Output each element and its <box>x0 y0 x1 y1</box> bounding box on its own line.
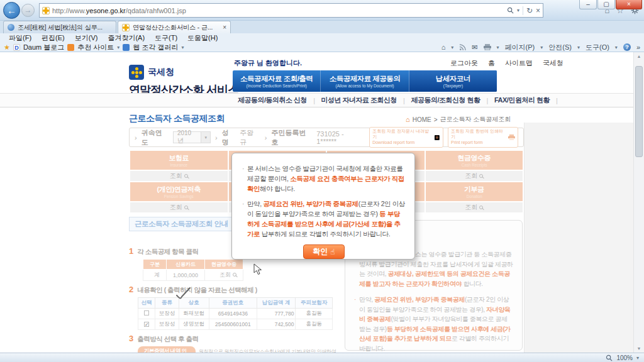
sitemap-link[interactable]: 사이트맵 <box>505 58 533 68</box>
favorite-daum-blog[interactable]: Daum 블로그 <box>23 43 64 52</box>
step1-table: 구분 신용카드 현금영수증 계 1,000,000 조회 <box>143 259 243 281</box>
table-row: 보장성 화재보험 6549149436 777,780 홍길동 <box>138 309 333 319</box>
chevron-down-icon[interactable]: ▾ <box>540 45 543 50</box>
forward-button[interactable]: → <box>21 4 35 17</box>
lookup-button[interactable]: 조회 <box>130 202 228 213</box>
command-tools[interactable]: 도구(O) <box>586 43 609 52</box>
rss-feed-icon[interactable] <box>459 44 466 51</box>
nts-link[interactable]: 국세청 <box>543 58 564 68</box>
checkbox-checked[interactable]: ✓ <box>144 322 149 327</box>
page-viewport: 주왕규 님 환영합니다. 로그아웃 홈 사이트맵 국세청 국세청 연말정산간소화… <box>0 52 644 353</box>
download-report-button[interactable]: 조회된 자료 전자문서 내려받기 Download report form <box>369 127 443 147</box>
command-page[interactable]: 페이지(P) <box>505 43 535 52</box>
subnav-minor-children[interactable]: 미성년 자녀자료 조회신청 <box>321 96 397 105</box>
rrn-label: 주민등록번호 <box>271 128 312 147</box>
table-row: ✓ 보장성 생명보험 254500601001 742,500 홍길동 <box>138 319 333 330</box>
nav-provide-consent[interactable]: 소득공제자료 제공동의 (Allow access to My Document… <box>321 70 409 92</box>
search-dropdown-icon[interactable]: ▾ <box>517 8 519 13</box>
favorites-icon[interactable]: ★ <box>4 43 10 52</box>
user-greeting: 주왕규 님 환영합니다. <box>234 58 302 68</box>
back-button[interactable]: ← <box>3 2 20 19</box>
divider <box>523 6 523 15</box>
web-slice-icon <box>123 44 130 51</box>
favorite-web-slice-gallery[interactable]: 웹 조각 갤러리 <box>133 43 178 52</box>
menu-edit[interactable]: 편집(E) <box>36 33 70 43</box>
chevron-down-icon[interactable]: ▾ <box>451 45 453 50</box>
minimize-button[interactable]: – <box>579 0 597 9</box>
confirm-button[interactable]: 확인 ☝ <box>303 244 345 259</box>
vertical-scrollbar[interactable]: ▲ ▼ <box>633 52 644 353</box>
query-form: ›귀속연도 2010년 ▾ ›성명 주왕규 ›주민등록번호 731025 - 1… <box>129 128 524 147</box>
menu-help[interactable]: 도움말(H) <box>182 33 223 43</box>
overflow-chevron-icon[interactable]: » <box>636 43 640 51</box>
close-button[interactable]: × <box>616 0 642 9</box>
help-icon[interactable]: ? <box>623 43 631 51</box>
category-donation[interactable]: 기부금Donation <box>425 182 524 202</box>
zoom-icon[interactable] <box>606 354 613 361</box>
category-pension[interactable]: (개인)연금저축Pension Savings <box>130 182 228 202</box>
year-label: 귀속연도 <box>142 128 169 147</box>
maximize-button[interactable]: ▢ <box>597 0 615 9</box>
checkbox-unchecked[interactable] <box>144 310 149 315</box>
command-safety[interactable]: 안전(S) <box>548 43 572 52</box>
chevron-down-icon[interactable]: ▾ <box>615 45 618 50</box>
menu-tools[interactable]: 도구(T) <box>150 33 182 43</box>
menu-favorites[interactable]: 즐겨찾기(A) <box>103 33 150 43</box>
mouse-cursor-icon <box>253 263 262 276</box>
refresh-icon[interactable]: ↻ <box>526 6 533 15</box>
favorite-suggested-sites[interactable]: 추천 사이트 <box>77 43 114 52</box>
tab-tax-law[interactable]: 조세[租稅] 세법[稅法]의 실무... <box>3 21 116 33</box>
logout-link[interactable]: 로그아웃 <box>450 58 478 68</box>
home-link[interactable]: 홈 <box>488 58 495 68</box>
magnifier-icon <box>479 206 483 209</box>
print-report-button[interactable]: 조회된 자료 한번에 인쇄하기 Print report form <box>448 127 518 147</box>
zoom-dropdown-icon[interactable]: ▾ <box>636 355 639 361</box>
subnav-consent-status[interactable]: 제공동의/조회신청 현황 <box>411 96 480 105</box>
breadcrumb-current: 근로소득자 소득공제조회 <box>440 115 511 124</box>
subnav-consent-apply[interactable]: 제공동의/동의취소 신청 <box>238 96 307 105</box>
chevron-down-icon[interactable]: ▾ <box>497 45 499 50</box>
home-icon[interactable]: ⌂ <box>441 43 446 51</box>
lookup-button[interactable]: 조회 <box>425 202 524 213</box>
page-title: 근로소득자 소득공제조회 <box>129 113 225 124</box>
mail-icon[interactable]: ✉ <box>472 43 477 52</box>
category-insurance[interactable]: 보험료Insurance <box>130 150 228 170</box>
chevron-down-icon[interactable]: ▾ <box>577 45 580 50</box>
category-cash-receipt[interactable]: 현금영수증Cash Receipts <box>425 150 524 170</box>
scroll-up-icon[interactable]: ▲ <box>634 54 644 58</box>
menu-view[interactable]: 보기(V) <box>70 33 103 43</box>
print-icon[interactable] <box>484 44 491 50</box>
nav-deduction-search[interactable]: 소득공제자료 조회/출력 (Income Deduction Search/Pr… <box>233 70 321 92</box>
menu-file[interactable]: 파일(F) <box>4 33 36 43</box>
select-caret-icon[interactable]: ▾ <box>201 132 210 143</box>
step1-lookup[interactable]: 조회 <box>205 270 243 281</box>
year-select[interactable]: 2010년 ▾ <box>173 131 211 143</box>
breadcrumb-home[interactable]: HOME <box>413 116 431 123</box>
nav-taxpayer-corner[interactable]: 납세자코너 (Taxpayer) <box>409 70 497 92</box>
page-right-margin <box>524 123 633 353</box>
chevron-down-icon[interactable]: ▾ <box>181 45 184 50</box>
tab-yesone-active[interactable]: 연말정산간소화서비스 - 근... × <box>118 21 231 33</box>
tab-close-icon[interactable]: × <box>223 24 226 31</box>
tab-strip: 조세[租稅] 세법[稅法]의 실무... 연말정산간소화서비스 - 근... × <box>0 21 644 33</box>
subnav-fax-status[interactable]: FAX/민원처리 현황 <box>494 96 550 105</box>
scroll-down-icon[interactable]: ▼ <box>634 346 644 351</box>
chevron-down-icon[interactable]: ▾ <box>117 45 119 50</box>
modal-paragraph-1: ·본 서비스는 영수증 발급기관이 국세청에 제출한 자료를 제공할 뿐이며, … <box>242 164 406 194</box>
name-value: 주왕규 <box>240 128 260 147</box>
search-icon[interactable] <box>507 7 514 14</box>
browser-titlebar: ← → http://www.yesone.go.kr/qdata/rahfw0… <box>0 0 644 21</box>
address-bar[interactable]: http://www.yesone.go.kr/qdata/rahfw001.j… <box>39 3 543 18</box>
lookup-button[interactable]: 조회 <box>130 170 228 182</box>
notice-paragraph: ·만약, 공제요건 위반, 부양가족 중복공제(근로자 2인 이상이 동일인을 … <box>354 295 513 353</box>
modal-paragraph-2: ·만약, 공제요건 위반, 부양가족 중복공제(근로자 2인 이상이 동일인을 … <box>242 199 406 239</box>
basic-print-button[interactable]: 기본증명서 내역 인쇄 <box>138 346 196 353</box>
zoom-level[interactable]: 100% <box>616 354 633 361</box>
magnifier-icon <box>184 174 188 178</box>
lookup-button[interactable]: 조회 <box>425 170 524 182</box>
scrollbar-thumb[interactable] <box>635 66 643 157</box>
guide-step-2: 2 내용확인 ( 출력하지 않을 자료는 선택해제 ) <box>129 285 340 295</box>
breadcrumb-home-icon: ⌂ <box>406 116 410 123</box>
suggested-sites-icon <box>67 44 74 51</box>
stop-icon[interactable]: × <box>536 6 540 15</box>
